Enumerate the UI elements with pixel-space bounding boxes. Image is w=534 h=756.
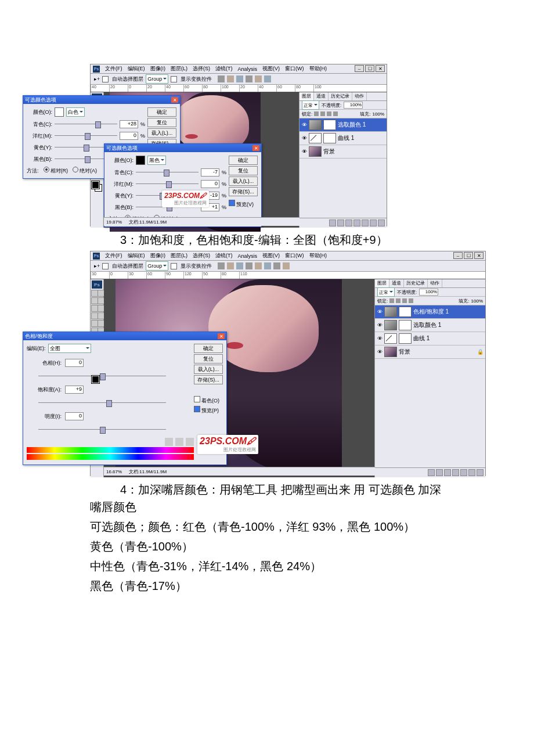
close-icon[interactable]: ✕ (474, 252, 484, 259)
distribute-icon[interactable] (255, 75, 262, 82)
group-icon[interactable] (460, 469, 467, 476)
save-button[interactable]: 存储(S)... (229, 187, 258, 196)
eyedropper-subtract-icon[interactable] (186, 438, 194, 446)
ok-button[interactable]: 确定 (194, 344, 223, 353)
load-button[interactable]: 载入(L)... (147, 128, 176, 138)
tab-history[interactable]: 历史记录 (329, 92, 352, 100)
menu-filter[interactable]: 滤镜(T) (215, 65, 233, 73)
magenta-slider[interactable] (136, 181, 199, 188)
reset-button[interactable]: 复位 (147, 118, 176, 127)
lightness-slider[interactable] (38, 426, 166, 433)
colorize-checkbox[interactable] (194, 396, 200, 402)
tool-button[interactable] (98, 312, 104, 319)
visibility-icon[interactable]: 👁 (377, 349, 383, 355)
minimize-icon[interactable]: – (453, 252, 463, 259)
menu-layer[interactable]: 图层(L) (171, 65, 187, 73)
blend-mode-dropdown[interactable]: 正常 (302, 100, 319, 110)
cyan-slider[interactable] (55, 121, 117, 128)
saturation-slider[interactable] (38, 399, 166, 406)
menu-edit[interactable]: 编辑(E) (128, 252, 145, 260)
tab-channels[interactable]: 通道 (314, 92, 329, 100)
menu-layer[interactable]: 图层(L) (171, 252, 187, 260)
tool-button[interactable] (98, 305, 104, 312)
visibility-icon[interactable]: 👁 (377, 322, 383, 328)
menu-image[interactable]: 图像(I) (150, 65, 166, 73)
visibility-icon[interactable]: 👁 (301, 149, 307, 154)
absolute-radio[interactable] (73, 167, 78, 172)
layer-row[interactable]: 👁 曲线 1 (375, 332, 485, 345)
menu-analysis[interactable]: Analysis (238, 66, 258, 72)
distribute-icon[interactable] (283, 262, 290, 269)
fx-icon[interactable] (337, 219, 344, 226)
relative-radio[interactable] (44, 167, 49, 172)
cyan-input[interactable]: +28 (120, 120, 138, 128)
align-icon[interactable] (227, 262, 234, 269)
ok-button[interactable]: 确定 (229, 156, 258, 165)
zoom-level[interactable]: 19.87% (106, 219, 122, 225)
load-button[interactable]: 载入(L)... (194, 365, 223, 374)
preview-checkbox[interactable] (229, 200, 235, 206)
close-icon[interactable]: ✕ (252, 145, 259, 151)
lock-pixels-icon[interactable] (396, 298, 400, 303)
align-icon[interactable] (236, 262, 243, 269)
show-transform-checkbox[interactable] (171, 263, 177, 269)
menu-help[interactable]: 帮助(H) (309, 252, 327, 260)
link-icon[interactable] (329, 219, 336, 226)
close-icon[interactable]: ✕ (171, 97, 178, 103)
reset-button[interactable]: 复位 (229, 166, 258, 175)
align-icon[interactable] (227, 75, 234, 82)
preview-checkbox[interactable] (194, 406, 200, 412)
cyan-slider[interactable] (136, 169, 199, 176)
lock-all-icon[interactable] (333, 111, 338, 116)
adjustment-icon[interactable] (452, 469, 459, 476)
tab-layers[interactable]: 图层 (375, 279, 389, 287)
group-icon[interactable] (362, 219, 369, 226)
layer-row[interactable]: 👁 曲线 1 (300, 132, 387, 145)
menu-select[interactable]: 选择(S) (193, 65, 210, 73)
distribute-icon[interactable] (273, 262, 280, 269)
tool-button[interactable] (98, 290, 104, 297)
eyedropper-icon[interactable] (165, 438, 173, 446)
align-icon[interactable] (246, 75, 252, 82)
load-button[interactable]: 载入(L)... (229, 177, 258, 186)
maximize-icon[interactable]: ☐ (365, 65, 374, 72)
save-button[interactable]: 存储(S)... (194, 375, 223, 384)
magenta-input[interactable]: 0 (120, 132, 138, 140)
saturation-input[interactable]: +9 (65, 386, 84, 394)
menu-view[interactable]: 视图(V) (262, 252, 280, 260)
trash-icon[interactable] (378, 219, 385, 226)
distribute-icon[interactable] (255, 262, 262, 269)
align-icon[interactable] (246, 262, 252, 269)
canvas-area[interactable]: 色相/饱和度✕ 编辑(E): 全图 色相(H): 0 (104, 279, 374, 477)
lock-pixels-icon[interactable] (320, 111, 325, 116)
maximize-icon[interactable]: ☐ (464, 252, 473, 259)
menu-select[interactable]: 选择(S) (193, 252, 210, 260)
new-layer-icon[interactable] (468, 469, 475, 476)
layer-row[interactable]: 👁 背景 🔒 (375, 345, 485, 359)
lock-all-icon[interactable] (409, 298, 413, 303)
minimize-icon[interactable]: – (355, 65, 364, 72)
color-dropdown[interactable]: 黑色 (147, 156, 166, 165)
new-layer-icon[interactable] (370, 219, 377, 226)
hue-input[interactable]: 0 (65, 359, 84, 367)
blend-mode-dropdown[interactable]: 正常 (377, 287, 395, 297)
visibility-icon[interactable]: 👁 (377, 336, 383, 341)
mask-icon[interactable] (345, 219, 352, 226)
lock-transparency-icon[interactable] (389, 298, 394, 303)
lock-transparency-icon[interactable] (314, 111, 319, 116)
close-icon[interactable]: ✕ (218, 333, 225, 339)
fill-input[interactable]: 100% (471, 298, 483, 304)
show-transform-checkbox[interactable] (171, 76, 177, 82)
mask-icon[interactable] (444, 469, 451, 476)
auto-select-checkbox[interactable] (102, 76, 109, 82)
tab-layers[interactable]: 图层 (300, 92, 314, 100)
cyan-input[interactable]: -7 (201, 168, 219, 177)
align-icon[interactable] (218, 262, 225, 269)
lock-position-icon[interactable] (402, 298, 407, 303)
canvas-area[interactable]: 可选颜色选项✕ 颜色(O): 白色 青色(C): +28% 洋红(M): (104, 92, 299, 228)
menu-help[interactable]: 帮助(H) (309, 65, 327, 73)
adjustment-icon[interactable] (353, 219, 360, 226)
auto-select-group-dropdown[interactable]: Group (146, 261, 168, 271)
menu-window[interactable]: 窗口(W) (285, 65, 304, 73)
magenta-input[interactable]: 0 (201, 180, 219, 188)
